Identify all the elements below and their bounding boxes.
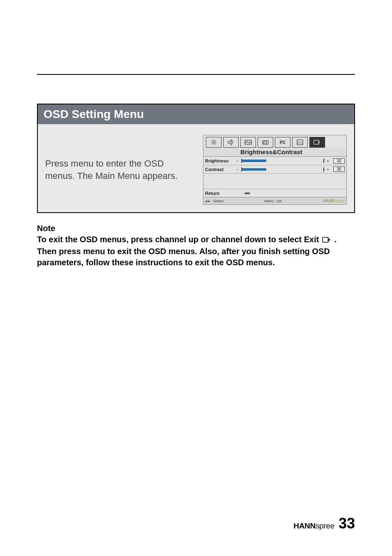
panel-title: OSD Setting Menu (44, 108, 348, 121)
panel-title-bar: OSD Setting Menu (38, 104, 354, 124)
osd-tab-tv-icon (258, 137, 273, 148)
osd-screenshot: PC ETC Brightness&Contrast Brightness (203, 135, 347, 205)
osd-slider (241, 167, 324, 171)
exit-icon (322, 235, 331, 246)
footer-brand: HANNspree (293, 521, 334, 531)
note-body: To exit the OSD menus, press channel up … (37, 234, 355, 268)
horizontal-rule (37, 74, 355, 75)
page-number: 33 (339, 515, 355, 532)
svg-line-5 (212, 140, 212, 141)
osd-tab-brightness-icon (206, 137, 221, 148)
minus-sign: − (235, 158, 240, 163)
osd-tab-etc-icon: ETC (292, 137, 308, 148)
page-footer: HANNspree 33 (293, 515, 355, 532)
osd-tab-pc-label: PC (275, 137, 291, 148)
svg-point-0 (212, 141, 215, 144)
osd-row-return: Return ◂◂◂ (203, 189, 346, 197)
osd-footer: ◂/▸ : Select Menu : OK HANNspree (203, 197, 346, 204)
osd-row-label: Brightness (205, 158, 234, 163)
osd-return-arrows-icon: ◂◂◂ (244, 190, 249, 196)
note-block: Note To exit the OSD menus, press channe… (37, 223, 355, 268)
osd-tab-picture-icon (240, 137, 256, 148)
plus-sign: + (326, 167, 330, 172)
osd-row-brightness: Brightness − + 30 (203, 157, 346, 165)
panel-body-text: Press menu to enter the OSD menus. The M… (45, 158, 196, 182)
osd-row-label: Contrast (205, 167, 234, 172)
osd-footer-menu-ok: Menu : OK (265, 199, 282, 203)
svg-text:ETC: ETC (297, 141, 303, 144)
svg-rect-15 (314, 140, 319, 144)
osd-value: 30 (333, 167, 345, 172)
svg-rect-12 (263, 141, 267, 144)
osd-row-contrast: Contrast − + 30 (203, 165, 346, 173)
svg-marker-9 (228, 140, 231, 145)
svg-line-6 (215, 144, 216, 144)
osd-footer-brand: HANNspree (323, 199, 345, 203)
osd-tab-exit-icon (309, 137, 325, 148)
plus-sign: + (326, 158, 330, 163)
osd-slider (241, 159, 324, 163)
minus-sign: − (235, 167, 240, 172)
svg-rect-16 (323, 237, 328, 242)
svg-line-8 (212, 144, 212, 144)
svg-line-7 (215, 140, 216, 141)
osd-subtitle: Brightness&Contrast (203, 148, 346, 157)
osd-value: 30 (333, 158, 345, 164)
osd-tab-audio-icon (223, 137, 239, 148)
osd-setting-panel: OSD Setting Menu Press menu to enter the… (37, 104, 355, 213)
note-heading: Note (37, 223, 355, 234)
osd-footer-select: ◂/▸ : Select (205, 199, 224, 203)
osd-return-label: Return (205, 191, 219, 196)
osd-empty-rows (203, 173, 346, 189)
